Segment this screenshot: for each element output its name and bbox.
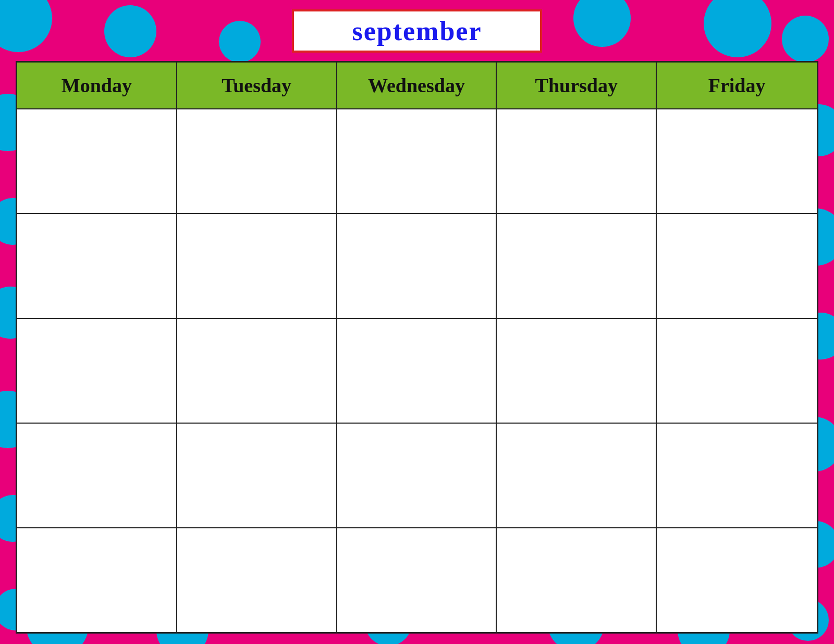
- cell-r3-fri[interactable]: [657, 319, 817, 423]
- cell-r4-mon[interactable]: [17, 424, 177, 527]
- calendar-body: [17, 108, 817, 632]
- calendar-row-5: [17, 527, 817, 632]
- cell-r5-thu[interactable]: [497, 528, 657, 632]
- calendar-row-2: [17, 213, 817, 318]
- calendar-row-1: [17, 108, 817, 213]
- cell-r4-fri[interactable]: [657, 424, 817, 527]
- header-tuesday: Tuesday: [177, 63, 337, 108]
- header-thursday: Thursday: [497, 63, 657, 108]
- calendar-title: september: [352, 16, 482, 46]
- cell-r5-tue[interactable]: [177, 528, 337, 632]
- cell-r2-fri[interactable]: [657, 214, 817, 318]
- header-friday: Friday: [657, 63, 817, 108]
- cell-r4-thu[interactable]: [497, 424, 657, 527]
- cell-r4-tue[interactable]: [177, 424, 337, 527]
- cell-r3-mon[interactable]: [17, 319, 177, 423]
- cell-r3-thu[interactable]: [497, 319, 657, 423]
- header-monday: Monday: [17, 63, 177, 108]
- cell-r2-wed[interactable]: [337, 214, 497, 318]
- cell-r2-mon[interactable]: [17, 214, 177, 318]
- calendar-row-4: [17, 423, 817, 527]
- cell-r5-fri[interactable]: [657, 528, 817, 632]
- cell-r1-tue[interactable]: [177, 109, 337, 213]
- cell-r2-thu[interactable]: [497, 214, 657, 318]
- calendar-row-3: [17, 318, 817, 423]
- page-wrapper: september Monday Tuesday Wednesday Thurs…: [0, 0, 834, 644]
- calendar-container: Monday Tuesday Wednesday Thursday Friday: [16, 61, 818, 634]
- cell-r5-wed[interactable]: [337, 528, 497, 632]
- cell-r4-wed[interactable]: [337, 424, 497, 527]
- cell-r3-tue[interactable]: [177, 319, 337, 423]
- cell-r3-wed[interactable]: [337, 319, 497, 423]
- cell-r1-thu[interactable]: [497, 109, 657, 213]
- cell-r1-wed[interactable]: [337, 109, 497, 213]
- cell-r2-tue[interactable]: [177, 214, 337, 318]
- header-wednesday: Wednesday: [337, 63, 497, 108]
- calendar-header: Monday Tuesday Wednesday Thursday Friday: [17, 63, 817, 108]
- title-box: september: [292, 9, 542, 53]
- cell-r1-mon[interactable]: [17, 109, 177, 213]
- cell-r1-fri[interactable]: [657, 109, 817, 213]
- cell-r5-mon[interactable]: [17, 528, 177, 632]
